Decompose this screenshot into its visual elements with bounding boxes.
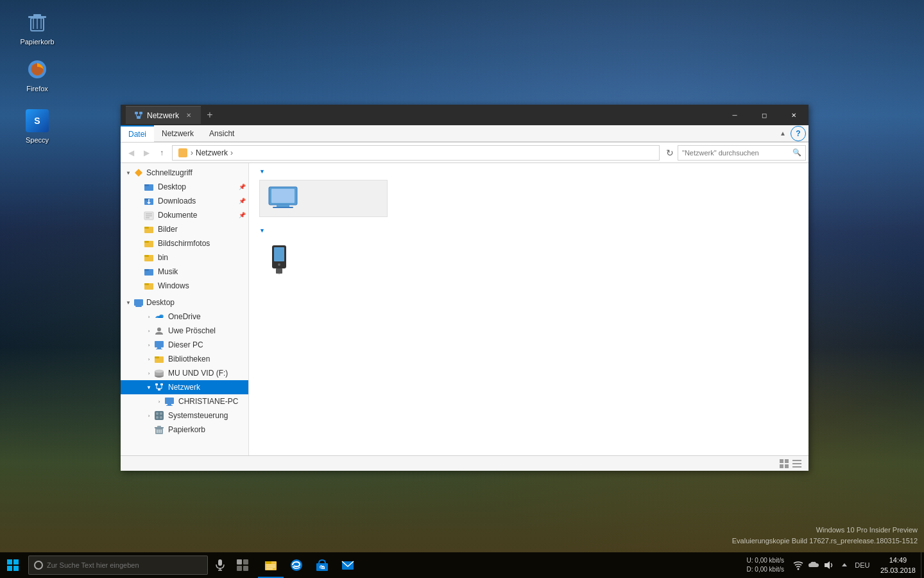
address-breadcrumb[interactable]: › Netzwerk › [172, 145, 660, 161]
svg-point-59 [156, 416, 158, 419]
taskbar-edge[interactable] [284, 552, 309, 578]
svg-rect-93 [243, 566, 248, 571]
sidebar-item-bilder[interactable]: Bilder [121, 222, 248, 236]
taskview-btn[interactable] [230, 552, 255, 578]
sidebar-nav-onedrive[interactable]: › OneDrive [121, 310, 248, 324]
refresh-btn[interactable]: ↻ [662, 145, 678, 161]
svg-rect-63 [157, 426, 161, 428]
sidebar-nav-systemsteuerung[interactable]: › Systemsteuerung [121, 408, 248, 423]
ribbon-tab-ansicht[interactable]: Ansicht [201, 125, 242, 142]
svg-rect-27 [144, 227, 149, 229]
ribbon-collapse-btn[interactable]: ▲ [775, 126, 791, 141]
taskbar-mail[interactable] [335, 552, 361, 578]
large-icons-view-btn[interactable] [778, 457, 791, 470]
desktop-nav-label: Desktop [146, 298, 175, 307]
medion-icon [267, 244, 293, 276]
start-button[interactable] [0, 552, 26, 578]
close-window-btn[interactable]: ✕ [779, 105, 809, 125]
sidebar-bin-label: bin [158, 253, 168, 262]
sidebar-nav-netzwerk[interactable]: ▼ Netzwerk [121, 380, 248, 394]
svg-rect-40 [157, 347, 161, 349]
taskbar-search-input[interactable] [47, 561, 202, 569]
tray-language-icon[interactable]: DEU [852, 557, 873, 573]
sidebar-nav-mu-und-vid[interactable]: › MU UND VID (F:) [121, 366, 248, 380]
desktop-nav-header[interactable]: ▼ Desktop [121, 295, 248, 310]
sidebar-item-dokumente[interactable]: Dokumente 📌 [121, 208, 248, 222]
add-tab-btn[interactable]: + [201, 106, 219, 124]
netzwerk-sidebar-label: Netzwerk [168, 383, 200, 392]
svg-rect-41 [156, 349, 162, 349]
title-tab-netzwerk[interactable]: Netzwerk ✕ [126, 106, 201, 124]
sidebar-nav-papierkorb[interactable]: Papierkorb [121, 423, 248, 437]
svg-rect-72 [274, 247, 284, 261]
sidebar-nav-user[interactable]: › Uwe Pröschel [121, 324, 248, 338]
ribbon: Datei Netzwerk Ansicht ▲ ? [121, 125, 809, 143]
sidebar-nav-dieser-pc[interactable]: › Dieser PC [121, 338, 248, 352]
svg-rect-29 [144, 241, 149, 243]
system-tray-icons: DEU [788, 557, 875, 573]
svg-rect-82 [792, 466, 801, 468]
svg-rect-91 [243, 559, 248, 565]
sidebar-item-windows[interactable]: Windows [121, 279, 248, 293]
taskbar-search[interactable] [28, 556, 208, 575]
clock-time: 14:49 [889, 555, 907, 566]
downloads-icon [144, 196, 154, 206]
multimedia-section-title[interactable]: ▼ [259, 227, 798, 234]
up-btn[interactable]: ↑ [154, 145, 169, 161]
tray-network-icon[interactable] [791, 557, 806, 573]
bildschirmfotos-icon [144, 238, 154, 249]
sidebar-nav-christiane-pc[interactable]: › CHRISTIANE-PC [121, 394, 248, 408]
details-view-btn[interactable] [791, 457, 803, 470]
taskbar-clock[interactable]: 14:49 25.03.2018 [875, 555, 921, 576]
minimize-btn[interactable]: ─ [720, 105, 749, 125]
user-icon [154, 326, 164, 336]
svg-rect-33 [144, 269, 149, 271]
forward-btn[interactable]: ▶ [139, 145, 154, 161]
ribbon-tab-netzwerk[interactable]: Netzwerk [154, 125, 201, 142]
desktop-expand-arrow: ▼ [123, 297, 133, 308]
clock-date: 25.03.2018 [880, 565, 916, 576]
svg-rect-85 [7, 566, 12, 571]
dieser-pc-icon [154, 340, 164, 350]
svg-rect-80 [792, 460, 801, 461]
address-search-box[interactable]: 🔍 [678, 145, 806, 161]
close-tab-btn[interactable]: ✕ [184, 111, 193, 120]
desktop-icon-recycle[interactable]: Papierkorb [12, 6, 63, 49]
tray-expand-icon[interactable] [837, 557, 852, 573]
bin-icon [144, 252, 154, 263]
sidebar-item-musik[interactable]: Musik [121, 265, 248, 279]
sidebar-item-bin[interactable]: bin [121, 250, 248, 265]
sidebar-item-bildschirmfotos[interactable]: Bildschirmfotos [121, 236, 248, 250]
taskbar-store[interactable]: 🛍 [309, 552, 335, 578]
quick-access-icon [133, 168, 144, 178]
sidebar-item-desktop[interactable]: Desktop 📌 [121, 180, 248, 194]
svg-rect-37 [135, 306, 142, 307]
ribbon-tab-bar: Datei Netzwerk Ansicht ▲ ? [121, 125, 809, 142]
show-desktop-btn[interactable] [921, 552, 924, 578]
svg-rect-70 [273, 207, 293, 208]
medion-item[interactable] [259, 239, 388, 281]
speccy-icon-label: Speccy [26, 136, 49, 144]
systemsteuerung-icon [154, 410, 164, 421]
mic-icon [216, 559, 225, 571]
store-taskbar-icon: 🛍 [315, 558, 329, 572]
desktop-icon-speccy[interactable]: S Speccy [12, 105, 63, 147]
sidebar-nav-bibliotheken[interactable]: › Bibliotheken [121, 352, 248, 366]
desktop-icon-firefox[interactable]: Firefox [12, 53, 63, 96]
title-bar-controls: ─ ◻ ✕ [720, 105, 809, 125]
search-input[interactable] [682, 149, 792, 157]
back-btn[interactable]: ◀ [123, 145, 139, 161]
tray-speaker-icon[interactable] [821, 557, 837, 573]
tray-cloud-icon[interactable] [806, 557, 821, 573]
ribbon-tab-datei[interactable]: Datei [121, 125, 154, 142]
desktop: Papierkorb Firefox S Speccy Windows 10 P… [0, 0, 924, 578]
taskbar-mic-btn[interactable] [210, 556, 230, 575]
christiane-pc-item[interactable] [259, 180, 388, 217]
quick-access-header[interactable]: ▼ Schnellzugriff [121, 166, 248, 180]
sidebar-item-downloads[interactable]: Downloads 📌 [121, 194, 248, 208]
ribbon-help-btn[interactable]: ? [791, 126, 806, 141]
taskbar-file-explorer[interactable] [258, 552, 284, 578]
maximize-btn[interactable]: ◻ [749, 105, 779, 125]
svg-point-73 [278, 263, 280, 266]
computer-section-title[interactable]: ▼ [259, 168, 798, 175]
